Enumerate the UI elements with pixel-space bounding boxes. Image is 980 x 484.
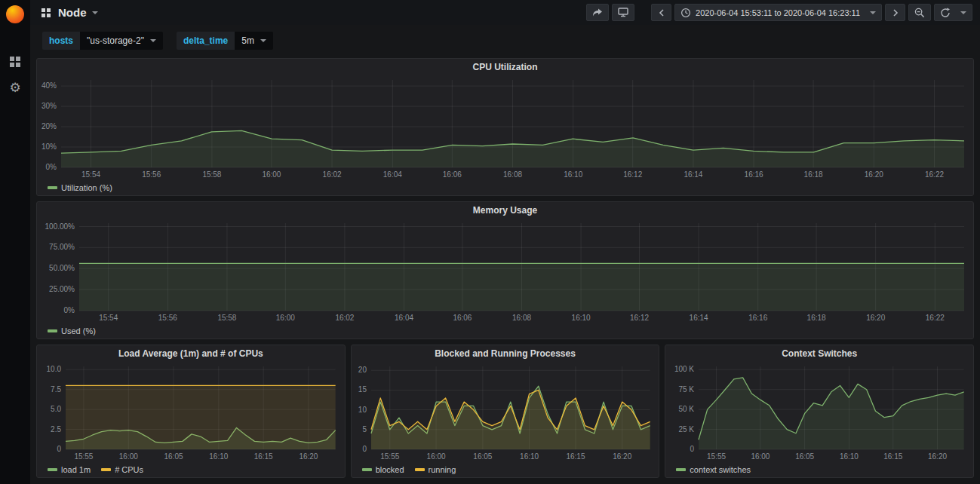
- refresh-icon: [940, 8, 951, 18]
- legend-item[interactable]: blocked: [362, 465, 404, 474]
- zoom-out-icon: [914, 8, 925, 18]
- svg-text:16:00: 16:00: [751, 452, 770, 461]
- dashboard-icon: [41, 8, 51, 18]
- grafana-logo[interactable]: [6, 5, 24, 23]
- svg-text:15:55: 15:55: [74, 452, 93, 461]
- variable-value-delta-time: 5m: [241, 35, 254, 46]
- svg-text:25.00%: 25.00%: [49, 285, 75, 293]
- svg-text:16:00: 16:00: [426, 452, 445, 461]
- svg-text:100.00%: 100.00%: [45, 222, 75, 231]
- svg-text:16:05: 16:05: [473, 452, 492, 461]
- svg-text:16:00: 16:00: [119, 452, 138, 461]
- tv-mode-button[interactable]: [612, 4, 634, 21]
- panel-title-cpu-utilization[interactable]: CPU Utilization: [37, 59, 973, 75]
- cpu-utilization-legend: Utilization (%): [37, 179, 973, 195]
- legend-item[interactable]: load 1m: [48, 465, 91, 474]
- panel-memory-usage: Memory Usage 0%25.00%50.00%75.00%100.00%…: [36, 201, 974, 339]
- svg-text:16:04: 16:04: [383, 170, 402, 179]
- svg-text:15:55: 15:55: [707, 452, 726, 461]
- legend-item[interactable]: context switches: [676, 465, 751, 474]
- svg-text:16:20: 16:20: [299, 452, 318, 461]
- svg-text:16:10: 16:10: [564, 170, 582, 179]
- svg-text:16:10: 16:10: [840, 452, 859, 461]
- context-switches-chart[interactable]: 025 K50 K75 K100 K15:5516:0016:0516:1016…: [665, 362, 973, 461]
- variable-value-delta-time-dropdown[interactable]: 5m: [235, 32, 273, 50]
- time-shift-back-button[interactable]: [651, 4, 671, 21]
- svg-text:40%: 40%: [41, 81, 57, 90]
- legend-series-label: # CPUs: [115, 465, 143, 474]
- time-range-picker-button[interactable]: 2020-06-04 15:53:11 to 2020-06-04 16:23:…: [674, 4, 882, 21]
- svg-text:16:15: 16:15: [884, 452, 903, 461]
- svg-text:16:15: 16:15: [566, 452, 585, 461]
- refresh-button[interactable]: [934, 4, 972, 21]
- legend-item[interactable]: # CPUs: [101, 465, 143, 474]
- svg-text:16:10: 16:10: [520, 452, 539, 461]
- time-shift-forward-button[interactable]: [885, 4, 905, 21]
- svg-text:16:08: 16:08: [512, 314, 531, 322]
- svg-text:100 K: 100 K: [674, 365, 694, 373]
- svg-text:15:56: 15:56: [158, 314, 177, 322]
- clock-icon: [680, 8, 691, 18]
- svg-text:50 K: 50 K: [679, 405, 695, 413]
- legend-series-swatch: [415, 468, 425, 471]
- svg-text:16:20: 16:20: [866, 314, 885, 322]
- svg-text:16:00: 16:00: [262, 170, 281, 179]
- svg-text:16:08: 16:08: [503, 170, 522, 179]
- panel-title-memory-usage[interactable]: Memory Usage: [37, 202, 973, 219]
- dashboard-title-button[interactable]: Node: [41, 6, 98, 19]
- share-icon: [592, 8, 603, 17]
- svg-text:16:10: 16:10: [209, 452, 228, 461]
- panel-title-context-switches[interactable]: Context Switches: [665, 345, 973, 362]
- share-button[interactable]: [586, 4, 609, 21]
- svg-text:16:00: 16:00: [276, 314, 295, 322]
- legend-item[interactable]: Utilization (%): [48, 183, 112, 192]
- legend-item[interactable]: running: [415, 465, 456, 474]
- svg-text:16:22: 16:22: [926, 314, 945, 322]
- svg-text:15:58: 15:58: [217, 314, 236, 322]
- legend-series-label: blocked: [376, 465, 404, 474]
- svg-text:16:05: 16:05: [164, 452, 183, 461]
- svg-text:2.5: 2.5: [51, 425, 61, 433]
- svg-text:75 K: 75 K: [679, 385, 695, 394]
- load-average-chart[interactable]: 02.55.07.510.015:5516:0016:0516:1016:151…: [37, 362, 345, 461]
- panel-title-load-average[interactable]: Load Average (1m) and # of CPUs: [37, 345, 345, 362]
- svg-text:5.0: 5.0: [51, 405, 61, 413]
- panel-title-blocked-running[interactable]: Blocked and Running Processes: [352, 345, 659, 362]
- variable-delta-time: delta_time 5m: [177, 32, 273, 50]
- legend-series-swatch: [676, 468, 686, 471]
- bottom-panel-row: Load Average (1m) and # of CPUs 02.55.07…: [36, 345, 974, 478]
- legend-item[interactable]: Used (%): [48, 326, 96, 335]
- variable-label-hosts: hosts: [42, 32, 80, 50]
- variable-value-hosts-dropdown[interactable]: "us-storage-2": [80, 32, 163, 50]
- svg-text:16:06: 16:06: [453, 314, 472, 322]
- svg-text:16:20: 16:20: [865, 170, 883, 179]
- svg-text:15:58: 15:58: [202, 170, 221, 179]
- zoom-out-button[interactable]: [908, 4, 931, 21]
- panel-load-average: Load Average (1m) and # of CPUs 02.55.07…: [36, 345, 346, 478]
- sidebar-item-dashboards[interactable]: [0, 51, 30, 73]
- svg-text:16:12: 16:12: [623, 170, 642, 179]
- chevron-down-icon: [870, 11, 876, 14]
- chevron-down-icon: [92, 11, 98, 14]
- memory-usage-legend: Used (%): [37, 323, 973, 338]
- dashboard-grid: CPU Utilization 0%10%20%30%40%15:5415:56…: [30, 57, 980, 484]
- legend-series-label: Used (%): [61, 326, 96, 335]
- svg-text:16:20: 16:20: [613, 452, 631, 461]
- legend-series-swatch: [362, 468, 372, 471]
- legend-series-swatch: [101, 468, 111, 471]
- svg-text:0%: 0%: [46, 163, 57, 171]
- sidebar-item-configuration[interactable]: ⚙: [0, 76, 30, 99]
- variable-value-hosts: "us-storage-2": [87, 35, 144, 46]
- svg-text:16:14: 16:14: [690, 314, 708, 322]
- svg-text:16:16: 16:16: [745, 170, 763, 179]
- svg-text:16:16: 16:16: [748, 314, 767, 322]
- dashboards-grid-icon: [9, 56, 21, 68]
- svg-text:15:54: 15:54: [99, 314, 118, 322]
- blocked-running-chart[interactable]: 0510152015:5516:0016:0516:1016:1516:20: [352, 362, 659, 461]
- load-average-legend: load 1m# CPUs: [37, 461, 345, 477]
- cpu-utilization-chart[interactable]: 0%10%20%30%40%15:5415:5615:5816:0016:021…: [37, 75, 973, 179]
- chevron-right-icon: [892, 9, 899, 17]
- legend-series-label: Utilization (%): [61, 183, 112, 192]
- gear-icon: ⚙: [9, 81, 20, 94]
- memory-usage-chart[interactable]: 0%25.00%50.00%75.00%100.00%15:5415:5615:…: [37, 219, 973, 323]
